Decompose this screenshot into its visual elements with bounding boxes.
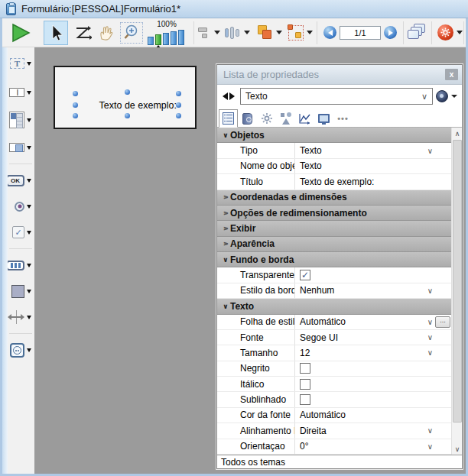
section-label: Aparência (230, 238, 275, 249)
rectangle-tool-button[interactable] (8, 281, 31, 301)
properties-panel-titlebar[interactable]: Lista de propriedades x (217, 65, 462, 85)
pan-tool-button[interactable] (94, 21, 117, 45)
tab-display[interactable] (314, 109, 333, 128)
list-box-tool-button[interactable] (8, 108, 31, 131)
selection-handle[interactable] (73, 113, 78, 118)
entry-order-tool-button[interactable] (71, 21, 94, 45)
chevron-collapsed-icon: ∨ (222, 193, 229, 202)
property-value[interactable]: Texto (295, 159, 451, 173)
checkbox[interactable] (300, 363, 310, 374)
scroll-down-icon[interactable]: ∨ (452, 443, 462, 455)
settings-button[interactable] (437, 21, 463, 45)
scrollbar[interactable]: ∧ ∨ (451, 128, 462, 455)
selected-text-object[interactable]: Texto de exemplo: (75, 99, 177, 112)
selection-handle[interactable] (176, 91, 181, 96)
scrollbar-thumb[interactable] (453, 140, 462, 423)
theme-filter-bar[interactable]: Todos os temas (217, 455, 462, 468)
combo-box-tool-button[interactable]: I (8, 138, 31, 157)
chevron-down-icon (27, 118, 31, 122)
group-select-button[interactable] (288, 21, 314, 45)
section-header[interactable]: ∨Opções de redimensionamento (217, 206, 451, 221)
group-select-icon (288, 25, 304, 40)
property-value[interactable] (295, 392, 451, 406)
app-window: Formulário:[PESSOAL]Formulário1* (0, 0, 468, 476)
tab-more[interactable]: ••• (333, 109, 353, 128)
zoom-tool-button[interactable] (120, 22, 143, 44)
align-button[interactable] (197, 21, 221, 45)
section-header[interactable]: ∨Objetos (217, 128, 451, 143)
visibility-button[interactable] (436, 90, 457, 102)
toolbar-separator (403, 21, 404, 44)
tab-events[interactable] (295, 109, 314, 128)
property-value[interactable]: Direita∨ (295, 423, 451, 438)
property-row: Tamanho12∨ (217, 345, 451, 361)
section-label: Exibir (230, 223, 255, 234)
page-indicator-field[interactable]: 1/1 (340, 26, 381, 40)
chevron-down-icon (27, 205, 31, 209)
property-value[interactable]: Automático∨... (295, 315, 451, 329)
property-row: Folha de estiloAutomático∨... (217, 315, 451, 330)
section-header[interactable]: ∨Texto (217, 299, 451, 314)
property-value[interactable]: ✓ (295, 267, 451, 282)
property-value[interactable]: Texto de exemplo: (295, 174, 451, 189)
section-header[interactable]: ∨Aparência (217, 237, 451, 252)
button-tool-button[interactable]: OK (8, 170, 31, 190)
scroll-up-icon[interactable]: ∧ (452, 128, 462, 139)
selection-handle[interactable] (125, 113, 130, 118)
tab-property-list[interactable] (219, 109, 238, 128)
checkbox-tool-button[interactable]: ✓ (8, 222, 31, 242)
zoom-level-control[interactable]: 100% (148, 21, 186, 45)
tab-settings[interactable] (257, 109, 276, 128)
property-value[interactable]: Automático (295, 408, 451, 423)
property-row: TipoTexto∨ (217, 143, 451, 158)
select-tool-button[interactable] (44, 21, 68, 45)
section-header[interactable]: ∨Coordenadas e dimensões (217, 190, 451, 206)
property-value[interactable]: 12∨ (295, 345, 451, 360)
section-label: Texto (230, 301, 254, 312)
object-selector-dropdown[interactable]: Texto ∨ (240, 88, 433, 105)
property-value[interactable]: Segoe UI∨ (295, 330, 451, 345)
radio-tool-button[interactable] (8, 196, 31, 216)
plugin-tool-button[interactable] (8, 340, 31, 360)
chevron-down-icon: ∨ (427, 333, 433, 342)
form-area[interactable] (54, 66, 197, 129)
property-value[interactable] (295, 361, 451, 376)
selection-handle[interactable] (73, 102, 78, 108)
tab-objects[interactable] (276, 109, 295, 128)
property-value[interactable] (295, 377, 451, 391)
next-object-icon[interactable] (229, 92, 235, 100)
property-row: Estilo da bordaNenhum∨ (217, 283, 451, 299)
close-button[interactable]: x (445, 69, 458, 80)
tab-stylesheet[interactable] (238, 109, 257, 128)
ellipsis-button[interactable]: ... (435, 316, 450, 328)
checkbox[interactable] (300, 394, 310, 405)
next-page-button[interactable] (384, 26, 397, 39)
checkbox[interactable] (300, 379, 310, 390)
window-title: Formulário:[PESSOAL]Formulário1* (21, 3, 180, 15)
checkbox[interactable]: ✓ (300, 270, 310, 280)
property-value[interactable]: 0°∨ (295, 439, 451, 454)
layer-order-button[interactable] (255, 21, 283, 45)
run-form-button[interactable] (7, 21, 34, 45)
input-field-tool-button[interactable]: I (8, 83, 31, 102)
selection-handle[interactable] (73, 91, 78, 96)
form-pages-button[interactable] (407, 21, 428, 45)
distribute-button[interactable] (224, 21, 251, 45)
property-value[interactable]: Nenhum∨ (295, 283, 451, 298)
selection-handle[interactable] (176, 102, 181, 108)
selection-handle[interactable] (176, 113, 181, 118)
chevron-down-icon (27, 146, 31, 150)
chevron-down-icon (214, 31, 220, 34)
property-row: Cor da fonteAutomático (217, 408, 451, 423)
previous-object-icon[interactable] (223, 92, 228, 100)
section-header[interactable]: ∨Exibir (217, 221, 451, 236)
selection-handle[interactable] (125, 89, 130, 95)
property-value[interactable]: Texto∨ (295, 143, 451, 157)
text-tool-button[interactable]: T (8, 53, 31, 73)
section-header[interactable]: ∨Fundo e borda (217, 252, 451, 267)
toolbar-separator (431, 21, 432, 44)
button-grid-tool-button[interactable] (8, 255, 31, 275)
input-field-tool-icon: I (9, 88, 24, 97)
splitter-tool-button[interactable] (8, 307, 31, 327)
previous-page-button[interactable] (323, 26, 336, 39)
